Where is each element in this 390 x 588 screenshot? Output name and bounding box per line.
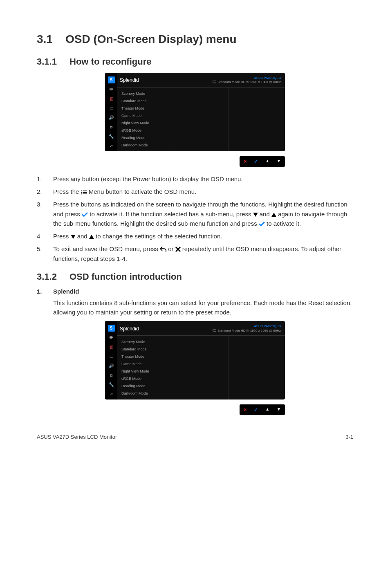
osd-screenshot: S 👁 ▥ ▭ 🔊 ⧈ 🔧 ↗ Splendid ASUS VA27DQSB S… [37, 321, 353, 415]
osd-mode-line: Standard Mode HDMI 1920 x 1080 @ 60Hz [213, 329, 281, 332]
list-item: 4. Press and to change the settings of t… [37, 231, 353, 241]
osd-tab-sound-icon: 🔊 [108, 114, 115, 121]
osd-nav-bar: × ✓ ▲ ▼ [105, 404, 285, 415]
osd-item: Darkroom Mode [117, 141, 173, 149]
osd-items-column: Scenery Mode Standard Mode Theater Mode … [117, 88, 173, 151]
osd-item: Scenery Mode [117, 338, 173, 346]
title-text: OSD (On-Screen Display) menu [65, 33, 237, 46]
subheading-text: Splendid [53, 288, 79, 295]
osd-item: Scenery Mode [117, 90, 173, 97]
menu-icon [81, 190, 87, 195]
osd-item: sRGB Mode [117, 127, 173, 134]
osd-item: Night View Mode [117, 368, 173, 375]
section-text: How to reconfigure [69, 56, 151, 67]
osd-item: sRGB Mode [117, 375, 173, 382]
footer-product: ASUS VA27D Series LCD Monitor [37, 434, 117, 440]
up-arrow-icon [89, 235, 94, 239]
osd-model: ASUS VA27DQSB [254, 76, 281, 80]
osd-item: Darkroom Mode [117, 390, 173, 397]
osd-sidebar: S 👁 ▥ ▭ 🔊 ⧈ 🔧 ↗ [105, 321, 117, 399]
osd-empty-column [173, 88, 229, 151]
osd-tab-input-icon: ⧈ [108, 123, 115, 130]
step-number: 2. [37, 187, 53, 196]
osd-item: Night View Mode [117, 119, 173, 127]
back-icon [160, 247, 166, 252]
osd-nav-bar: × ✓ ▲ ▼ [105, 156, 285, 167]
osd-item: Theater Mode [117, 105, 173, 112]
osd-nav-close-icon: × [244, 159, 247, 164]
osd-tab-splendid-icon: S [108, 76, 115, 83]
osd-nav-up-icon: ▲ [265, 407, 269, 413]
osd-tab-image-icon: ▭ [108, 105, 115, 112]
section-heading: 3.1.1 How to reconfigure [37, 56, 353, 67]
osd-tab-shortcut-icon: ↗ [108, 391, 115, 397]
osd-item: Reading Mode [117, 134, 173, 141]
down-arrow-icon [71, 235, 76, 239]
title-number: 3.1 [37, 33, 65, 46]
step-number: 1. [37, 174, 53, 184]
section-text: OSD function introduction [69, 272, 182, 282]
osd-item: Standard Mode [117, 97, 173, 105]
list-item: 3. Press the buttons as indicated on the… [37, 200, 353, 228]
footer-page-number: 3-1 [345, 434, 353, 440]
osd-empty-column [229, 336, 285, 399]
osd-menu-title: Splendid [120, 77, 139, 83]
osd-item: Reading Mode [117, 382, 173, 390]
osd-item: Standard Mode [117, 346, 173, 353]
osd-nav-confirm-icon: ✓ [254, 407, 258, 413]
list-item: 5. To exit and save the OSD menu, press … [37, 244, 353, 263]
body-paragraph: This function contains 8 sub-functions y… [53, 298, 353, 317]
steps-list: 1. Press any button (except the Power bu… [37, 174, 353, 263]
osd-item: Game Mode [117, 112, 173, 119]
osd-tab-color-icon: ▥ [108, 343, 115, 350]
osd-tab-sound-icon: 🔊 [108, 362, 115, 369]
step-number: 5. [37, 244, 53, 263]
page-title: 3.1 OSD (On-Screen Display) menu [37, 33, 353, 46]
osd-nav-close-icon: × [244, 407, 247, 413]
step-text: Press the Menu button to activate the OS… [53, 187, 353, 196]
osd-menu-title: Splendid [120, 326, 139, 332]
osd-sidebar: S 👁 ▥ ▭ 🔊 ⧈ 🔧 ↗ [105, 73, 117, 151]
osd-tab-eye-icon: 👁 [108, 334, 115, 341]
step-number: 4. [37, 231, 53, 241]
list-item: 2. Press the Menu button to activate the… [37, 187, 353, 196]
osd-nav-down-icon: ▼ [277, 407, 281, 413]
osd-items-column: Scenery Mode Standard Mode Theater Mode … [117, 336, 173, 399]
osd-tab-splendid-icon: S [108, 325, 115, 332]
osd-item: Game Mode [117, 360, 173, 368]
osd-nav-down-icon: ▼ [277, 159, 281, 164]
osd-tab-shortcut-icon: ↗ [108, 142, 115, 149]
osd-header-meta: ASUS VA27DQSB Standard Mode HDMI 1920 x … [213, 324, 281, 333]
subsection-heading: 1. Splendid [37, 288, 353, 295]
check-icon [259, 222, 265, 226]
step-text: Press any button (except the Power butto… [53, 174, 353, 184]
section-number: 3.1.2 [37, 272, 69, 282]
osd-tab-system-icon: 🔧 [108, 133, 115, 140]
step-text: Press the buttons as indicated on the sc… [53, 200, 353, 228]
close-icon [175, 247, 181, 252]
monitor-icon [213, 81, 216, 83]
osd-nav-confirm-icon: ✓ [254, 159, 258, 164]
osd-header-meta: ASUS VA27DQSB Standard Mode HDMI 1920 x … [213, 76, 281, 85]
down-arrow-icon [253, 213, 258, 217]
osd-screenshot: S 👁 ▥ ▭ 🔊 ⧈ 🔧 ↗ Splendid ASUS VA27DQSB S… [37, 73, 353, 167]
section-number: 3.1.1 [37, 56, 69, 67]
subheading-number: 1. [37, 288, 53, 295]
osd-nav-up-icon: ▲ [265, 159, 269, 164]
osd-empty-column [173, 336, 229, 399]
osd-item: Theater Mode [117, 353, 173, 360]
monitor-icon [213, 329, 216, 332]
osd-tab-input-icon: ⧈ [108, 372, 115, 379]
step-text: To exit and save the OSD menu, press or … [53, 244, 353, 263]
up-arrow-icon [271, 213, 276, 217]
osd-model: ASUS VA27DQSB [254, 324, 281, 328]
osd-mode-line: Standard Mode HDMI 1920 x 1080 @ 60Hz [213, 80, 281, 84]
osd-tab-system-icon: 🔧 [108, 381, 115, 388]
list-item: 1. Press any button (except the Power bu… [37, 174, 353, 184]
check-icon [82, 212, 88, 217]
osd-tab-image-icon: ▭ [108, 353, 115, 360]
osd-tab-color-icon: ▥ [108, 95, 115, 102]
step-text: Press and to change the settings of the … [53, 231, 353, 241]
osd-tab-eye-icon: 👁 [108, 86, 115, 93]
step-number: 3. [37, 200, 53, 228]
